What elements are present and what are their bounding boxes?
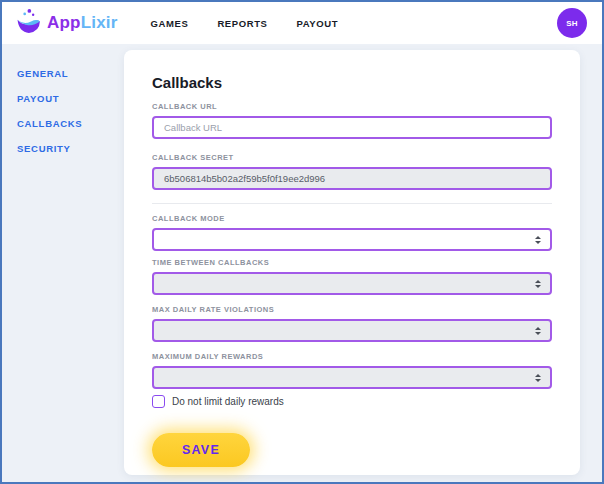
sidebar-item-security[interactable]: SECURITY xyxy=(17,143,124,154)
section-divider xyxy=(152,203,552,204)
applixir-logo[interactable]: AppLixir xyxy=(15,8,118,39)
sidebar-item-callbacks[interactable]: CALLBACKS xyxy=(17,118,124,129)
top-header: AppLixir GAMES REPORTS PAYOUT SH xyxy=(2,2,602,44)
user-avatar[interactable]: SH xyxy=(557,8,587,38)
applixir-bowl-icon xyxy=(15,8,42,39)
callback-mode-label: CALLBACK MODE xyxy=(152,214,552,223)
sidebar-item-payout[interactable]: PAYOUT xyxy=(17,93,124,104)
callback-secret-input[interactable] xyxy=(152,167,552,190)
maximum-daily-rewards-label: MAXIMUM DAILY REWARDS xyxy=(152,352,552,361)
nav-item-reports[interactable]: REPORTS xyxy=(217,18,267,29)
nav-item-games[interactable]: GAMES xyxy=(151,18,189,29)
time-between-callbacks-select[interactable] xyxy=(152,272,552,295)
callback-url-input[interactable] xyxy=(152,116,552,139)
settings-sidebar: GENERAL PAYOUT CALLBACKS SECURITY xyxy=(2,44,124,168)
callback-secret-label: CALLBACK SECRET xyxy=(152,153,552,162)
save-button[interactable]: SAVE xyxy=(152,433,250,467)
do-not-limit-rewards-label: Do not limit daily rewards xyxy=(172,396,284,407)
max-daily-rate-violations-label: MAX DAILY RATE VIOLATIONS xyxy=(152,305,552,314)
select-arrows-icon xyxy=(535,327,541,335)
page-title: Callbacks xyxy=(152,74,552,91)
callbacks-panel: Callbacks CALLBACK URL CALLBACK SECRET C… xyxy=(124,50,580,475)
callback-url-label: CALLBACK URL xyxy=(152,102,552,111)
select-arrows-icon xyxy=(535,280,541,288)
main-nav: GAMES REPORTS PAYOUT xyxy=(151,18,339,29)
app-window: AppLixir GAMES REPORTS PAYOUT SH GENERAL… xyxy=(0,0,604,484)
nav-item-payout[interactable]: PAYOUT xyxy=(297,18,339,29)
limit-rewards-row: Do not limit daily rewards xyxy=(152,395,552,408)
sidebar-item-general[interactable]: GENERAL xyxy=(17,68,124,79)
callback-mode-select[interactable] xyxy=(152,228,552,251)
time-between-callbacks-label: TIME BETWEEN CALLBACKS xyxy=(152,258,552,267)
max-daily-rate-violations-select[interactable] xyxy=(152,319,552,342)
maximum-daily-rewards-select[interactable] xyxy=(152,366,552,389)
select-arrows-icon xyxy=(535,374,541,382)
logo-wordmark: AppLixir xyxy=(47,13,118,33)
select-arrows-icon xyxy=(535,236,541,244)
do-not-limit-rewards-checkbox[interactable] xyxy=(152,395,165,408)
